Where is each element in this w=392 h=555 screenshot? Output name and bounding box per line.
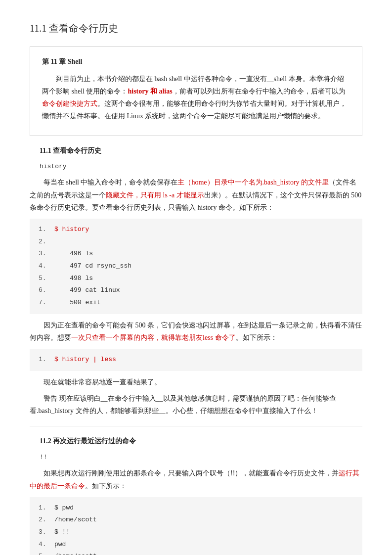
subsection2-heading: 11.2 再次运行最近运行过的命令 xyxy=(40,435,362,447)
code-line-3: 3. 496 ls xyxy=(39,248,353,260)
bang-bang-label: !! xyxy=(40,452,362,463)
code-line-6: 6. 499 cat linux xyxy=(39,284,353,297)
section-divider xyxy=(30,426,362,426)
code3-line-4: 4.pwd xyxy=(39,539,353,551)
para1-pre: 每当在 shell 中输入命令时，命令就会保存在 xyxy=(44,179,177,186)
code3-line-5: 5./home/scott xyxy=(39,551,353,555)
highlight-shortcut: 命令创建快捷方式 xyxy=(42,100,97,107)
code-block-3: 1.$ pwd 2./home/scott 3.$ !! 4.pwd 5./ho… xyxy=(30,497,362,555)
code-line-5: 5. 498 ls xyxy=(39,273,353,285)
code-block-2: 1.$ history | less xyxy=(30,349,362,371)
chapter-intro-box: 第 11 章 Shell 到目前为止，本书介绍的都是在 bash shell 中… xyxy=(30,46,362,136)
highlight-commands: history 和 alias xyxy=(128,88,172,95)
intro-text-2: ，前者可以列出所有在命令行中输入的命令，后者可以为 xyxy=(173,88,346,95)
subsection1-para3: 现在就能非常容易地逐一查看结果了。 xyxy=(30,376,362,388)
para1-red1: 主（home）目录中一个名为.bash_history 的文件里 xyxy=(177,179,329,186)
subsection1-heading: 11.1 查看命令行历史 xyxy=(40,145,362,157)
subsection1-para1: 每当在 shell 中输入命令时，命令就会保存在主（home）目录中一个名为.b… xyxy=(30,176,362,214)
para2-end: 。如下所示： xyxy=(236,334,277,341)
sub2-para1-end: 。如下所示： xyxy=(85,482,127,490)
chapter-heading: 第 11 章 Shell xyxy=(42,56,350,68)
code3-line-2: 2./home/scott xyxy=(39,514,353,526)
code-line-4: 4. 497 cd rsync_ssh xyxy=(39,260,353,273)
code-line-2: 2. xyxy=(39,236,353,248)
code-line-1: 1.$ history xyxy=(39,224,353,236)
para2-red: 一次只查看一个屏幕的内容，就得靠老朋友less 命令了 xyxy=(71,334,236,341)
chapter-intro-para: 到目前为止，本书介绍的都是在 bash shell 中运行各种命令，一直没有__… xyxy=(42,73,350,123)
code-block-1: 1.$ history 2. 3. 496 ls 4. 497 cd rsync… xyxy=(30,219,362,314)
sub2-para1-pre: 如果想再次运行刚刚使用过的那条命令，只要输入两个叹号（!!），就能查看命令行历史… xyxy=(44,469,339,477)
subsection2-para1: 如果想再次运行刚刚使用过的那条命令，只要输入两个叹号（!!），就能查看命令行历史… xyxy=(30,467,362,492)
subsection1-para2: 因为正在查看的命令可能会有 500 条，它们会快速地闪过屏幕，在到达最后一条记录… xyxy=(30,319,362,344)
subsection1-warning: 警告 现在应该明白__在命令行中输入__以及其他敏感信息时，需要谨慎的原因了吧：… xyxy=(30,392,362,417)
code3-line-1: 1.$ pwd xyxy=(39,502,353,514)
page-section-title: 11.1 查看命令行历史 xyxy=(30,20,362,37)
para1-red2: 隐藏文件，只有用 ls -a 才能显示 xyxy=(106,191,204,199)
code-line-7: 7. 500 exit xyxy=(39,297,353,309)
code-line-hist-less: 1.$ history | less xyxy=(39,354,353,366)
code3-line-3: 3.$ !! xyxy=(39,526,353,539)
history-command-label: history xyxy=(40,161,362,172)
